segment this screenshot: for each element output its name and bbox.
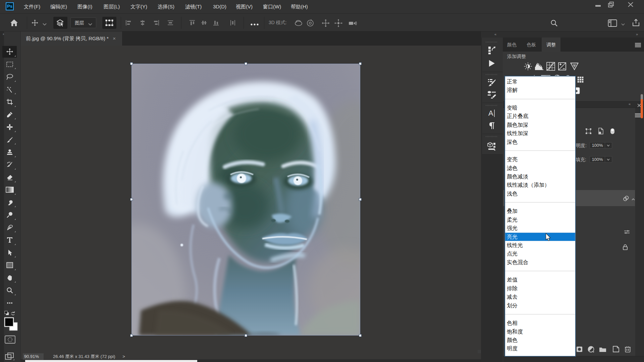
svg-text:A: A (488, 109, 493, 117)
